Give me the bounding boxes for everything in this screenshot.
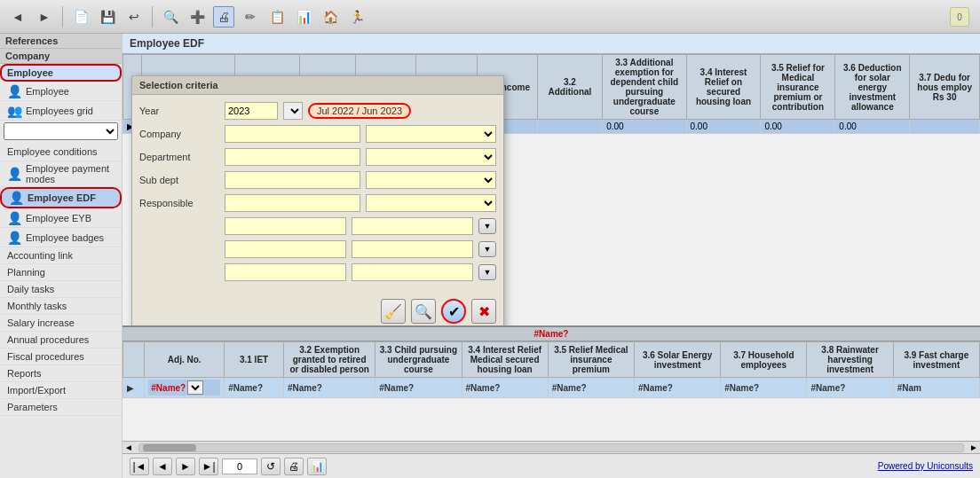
sidebar-group-references[interactable]: References: [0, 34, 122, 49]
sidebar-annual-procedures[interactable]: Annual procedures: [0, 332, 122, 349]
sidebar-salary-increase[interactable]: Salary increase: [0, 315, 122, 332]
search-icon[interactable]: 🔍: [160, 6, 181, 27]
lower-table: Adj. No. 3.1 IET 3.2 Exemption granted t…: [122, 341, 980, 398]
nav-last-btn[interactable]: ►|: [199, 458, 218, 475]
sidebar-import-export[interactable]: Import/Export: [0, 382, 122, 399]
sidebar-item-employee-eyb[interactable]: 👤 Employee EYB: [0, 208, 122, 228]
sidebar-fiscal-procedures[interactable]: Fiscal procedures: [0, 349, 122, 365]
sidebar-group-company[interactable]: Company: [0, 49, 122, 64]
sidebar-item-payment-modes[interactable]: 👤 Employee payment modes: [0, 161, 122, 187]
lower-table-scroll[interactable]: Adj. No. 3.1 IET 3.2 Exemption granted t…: [122, 341, 980, 441]
lower-th-solar: 3.6 Solar Energy investment: [634, 342, 720, 378]
sidebar-item-employee[interactable]: 👤 Employee: [0, 82, 122, 101]
sc-search-button[interactable]: 🔍: [411, 299, 436, 324]
hscroll[interactable]: ◄ ►: [122, 441, 980, 453]
lower-th-fastcharge: 3.9 Fast charge investment: [893, 342, 979, 378]
sidebar-reports[interactable]: Reports: [0, 365, 122, 382]
cell-solar: 0.00: [835, 120, 910, 134]
powered-by[interactable]: Powered by Uniconsults: [878, 461, 973, 471]
nav-first-btn[interactable]: |◄: [130, 458, 149, 475]
sc-extra-input-3b[interactable]: [352, 263, 473, 281]
cell-medical: 0.00: [761, 120, 835, 134]
sc-year-input[interactable]: [225, 102, 278, 120]
sep1: [62, 6, 63, 27]
lower-cell-rainwater: #Name?: [807, 378, 893, 398]
cell-interest: 0.00: [686, 120, 761, 134]
undo-icon[interactable]: ↩: [123, 6, 145, 27]
nav-back-icon[interactable]: ◄: [7, 6, 28, 27]
home-icon[interactable]: 🏠: [320, 6, 341, 27]
sc-extra-input-3a[interactable]: [225, 263, 346, 281]
hscroll-thumb[interactable]: [143, 444, 196, 451]
sidebar-monthly-tasks[interactable]: Monthly tasks: [0, 298, 122, 315]
sc-subdept-select[interactable]: [366, 171, 496, 189]
add-icon[interactable]: ➕: [186, 6, 208, 27]
lower-th-iet: 3.1 IET: [225, 342, 284, 378]
sc-extra-input-2a[interactable]: [225, 240, 346, 258]
tab-title: Employee EDF: [130, 37, 204, 50]
nav-export-btn[interactable]: 📊: [307, 458, 327, 475]
sc-company-input[interactable]: [225, 125, 360, 143]
sc-department-row: Department: [139, 148, 496, 166]
nav-prev-btn[interactable]: ◄: [153, 458, 172, 475]
hscroll-track[interactable]: [138, 443, 964, 452]
sidebar-parameters[interactable]: Parameters: [0, 399, 122, 416]
sidebar-group-employee[interactable]: Employee: [0, 64, 122, 82]
sidebar-item-employee-edf[interactable]: 👤 Employee EDF: [0, 187, 122, 208]
sc-extra-btn-3[interactable]: ▼: [478, 264, 496, 280]
employee-dropdown[interactable]: [4, 122, 118, 140]
sc-responsible-select[interactable]: [366, 194, 496, 212]
hscroll-right[interactable]: ►: [968, 443, 980, 452]
sc-ok-button[interactable]: ✔: [441, 299, 466, 324]
sc-clear-button[interactable]: 🧹: [381, 299, 406, 324]
sc-department-select[interactable]: [366, 148, 496, 166]
sc-year-label: Year: [139, 106, 219, 116]
lower-th-adj-no: Adj. No.: [145, 342, 225, 378]
sidebar-item-employees-grid[interactable]: 👥 Employees grid: [0, 101, 122, 121]
lower-cell-interest-relief: #Name?: [462, 378, 548, 398]
nav-print-btn[interactable]: 🖨: [284, 458, 304, 475]
sc-date-range: Jul 2022 / Jun 2023: [308, 103, 411, 119]
sc-department-input[interactable]: [225, 148, 360, 166]
sc-footer: 🧹 🔍 ✔ ✖: [132, 294, 503, 324]
lower-cell-dropdown[interactable]: [187, 380, 203, 395]
edit-icon[interactable]: ✏: [240, 6, 261, 27]
nav-play-btn[interactable]: ►: [176, 458, 195, 475]
sc-year-select[interactable]: [283, 102, 303, 120]
sc-company-label: Company: [139, 129, 219, 139]
sidebar-planning[interactable]: Planning: [0, 264, 122, 281]
lower-table-header: #Name?: [122, 327, 980, 341]
sidebar-daily-tasks[interactable]: Daily tasks: [0, 281, 122, 298]
run-icon[interactable]: 🏃: [346, 6, 368, 27]
sc-extra-btn-2[interactable]: ▼: [478, 241, 496, 257]
print-icon[interactable]: 🖨: [213, 6, 234, 27]
lower-th-child: 3.3 Child pursuing undergraduate course: [375, 342, 462, 378]
sidebar-item-employee-conditions[interactable]: Employee conditions: [0, 142, 122, 161]
content-area: Employee EDF Employee code Declaration C…: [122, 34, 980, 478]
eyb-icon: 👤: [7, 211, 22, 225]
th-additional: 3.2 Additional: [537, 55, 602, 120]
sidebar-accounting-link[interactable]: Accounting link: [0, 247, 122, 264]
sc-extra-input-1a[interactable]: [225, 217, 346, 235]
sc-company-select[interactable]: [366, 125, 496, 143]
chart-icon[interactable]: 📊: [293, 6, 314, 27]
sc-title: Selection criteria: [132, 76, 503, 95]
hscroll-left[interactable]: ◄: [122, 443, 135, 452]
copy-icon[interactable]: 📋: [266, 6, 288, 27]
lower-cell-solar: #Name?: [634, 378, 720, 398]
alert-badge: 0: [950, 7, 969, 27]
lower-table-row[interactable]: ▶ #Name? #Name? #Name? #Name? #Name?: [123, 378, 980, 398]
sidebar-item-employee-badges[interactable]: 👤 Employee badges: [0, 228, 122, 247]
sc-extra-input-2b[interactable]: [352, 240, 473, 258]
sc-responsible-input[interactable]: [225, 194, 360, 212]
sc-extra-input-1b[interactable]: [352, 217, 473, 235]
sc-extra-btn-1[interactable]: ▼: [478, 218, 496, 234]
nav-page-input[interactable]: [222, 458, 257, 474]
new-doc-icon[interactable]: 📄: [70, 6, 91, 27]
save-icon[interactable]: 💾: [97, 6, 118, 27]
nav-refresh-btn[interactable]: ↺: [261, 458, 281, 475]
sc-subdept-input[interactable]: [225, 171, 360, 189]
sc-cancel-button[interactable]: ✖: [471, 299, 496, 324]
nav-forward-icon[interactable]: ►: [34, 6, 55, 27]
lower-th-rainwater: 3.8 Rainwater harvesting investment: [807, 342, 893, 378]
